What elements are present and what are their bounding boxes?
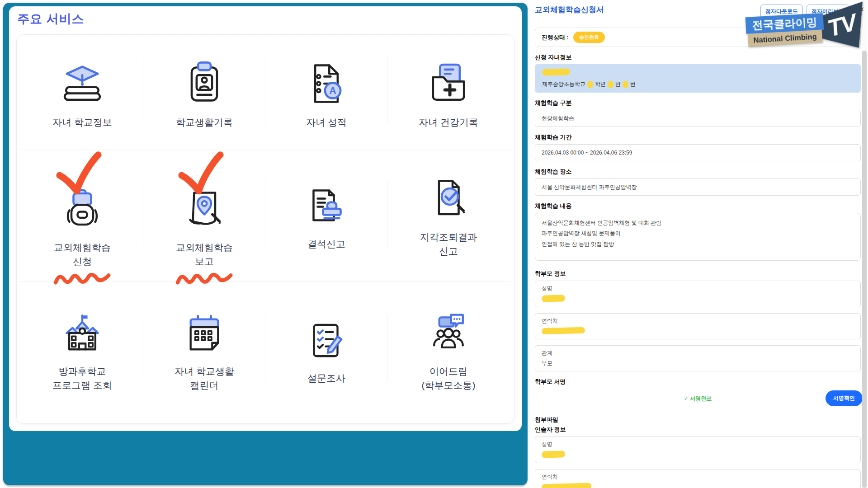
progress-status-label: 진행상태 : xyxy=(542,33,569,42)
parent-contact-field[interactable]: 연락처 xyxy=(535,313,861,339)
redaction-grade xyxy=(587,80,593,88)
escort-name-field[interactable]: 성명 xyxy=(535,436,861,463)
escort-name-label: 성명 xyxy=(542,441,854,448)
trip-content-field[interactable]: 서울산악문화체험센터 인공암벽체험 및 대회 관람 파주인공암벽장 체험및 문제… xyxy=(535,213,861,261)
field-trip-application-panel: 교외체험학습신청서 점자다운로드 점자미리보기 ✕ 진행상태 : 승인완료 신청… xyxy=(528,0,868,488)
parent-contact-value xyxy=(542,328,854,335)
redaction-parent-name xyxy=(542,295,565,302)
people-chat-icon xyxy=(425,311,472,358)
grade-suffix: 학년 xyxy=(595,80,606,88)
escort-name-value xyxy=(542,451,854,459)
svg-text:A: A xyxy=(329,85,336,97)
label-trip-division: 체험학습 구분 xyxy=(535,99,861,107)
form-title: 교외체험학습신청서 xyxy=(535,5,760,15)
stamp-doc-icon xyxy=(302,182,351,230)
parent-name-value xyxy=(542,295,854,303)
service-item-tardy-early-leave-report[interactable]: 지각조퇴결과 신고 xyxy=(387,150,509,282)
form-toolbar: 점자다운로드 점자미리보기 xyxy=(760,5,849,19)
braille-preview-button[interactable]: 점자미리보기 xyxy=(807,5,849,19)
service-item-eodream-parent-communication[interactable]: 이어드림 (학부모소통) xyxy=(387,282,509,421)
grade-a-doc-icon: A xyxy=(301,58,352,109)
service-label: 자녀 학교생활 캘린더 xyxy=(175,364,234,393)
progress-status-row: 진행상태 : 승인완료 xyxy=(535,28,861,47)
signature-confirm-button[interactable]: 서명확인 xyxy=(826,390,863,406)
school-name: 제주중앙초등학교 xyxy=(542,80,585,88)
clipboard-id-icon xyxy=(179,58,230,109)
escort-contact-field[interactable]: 연락처 xyxy=(535,469,861,488)
service-item-child-school-info[interactable]: 자녀 학교정보 xyxy=(21,38,143,150)
main-services-card: 주요 서비스 자녀 학교정보 xyxy=(9,6,522,431)
parent-relation-field[interactable]: 관계 부모 xyxy=(535,345,861,371)
trip-division-field[interactable]: 현장체험학습 xyxy=(535,110,861,127)
services-grid: 자녀 학교정보 학교생활기록 xyxy=(21,38,509,421)
parent-name-field[interactable]: 성명 xyxy=(535,281,861,307)
signature-complete-label: 서명완료 xyxy=(690,395,712,402)
service-item-child-grades[interactable]: A 자녀 성적 xyxy=(265,38,387,150)
student-info-box: 제주중앙초등학교 학년 반 번 xyxy=(535,64,861,93)
parent-name-label: 성명 xyxy=(542,285,854,292)
health-folder-icon xyxy=(423,58,474,109)
check-icon: ✓ xyxy=(684,395,689,402)
scrollbar-track[interactable] xyxy=(862,0,868,488)
section-escort-info: 인솔자 정보 xyxy=(535,426,861,434)
calendar-icon xyxy=(181,311,228,358)
service-item-afterschool-programs[interactable]: 방과후학교 프로그램 조회 xyxy=(21,282,143,421)
trip-place-field[interactable]: 서울 산악문화체험센터 파주인공암벽장 xyxy=(535,178,861,196)
red-squiggle-annotation xyxy=(52,269,112,286)
service-item-school-life-record[interactable]: 학교생활기록 xyxy=(143,38,265,150)
section-parent-signature: 학부모 서명 xyxy=(535,378,861,386)
service-item-child-health-record[interactable]: 자녀 건강기록 xyxy=(387,38,509,150)
redaction-student-name xyxy=(542,68,570,76)
number-suffix: 번 xyxy=(630,80,636,88)
parent-relation-value: 부모 xyxy=(542,360,854,367)
service-label: 학교생활기록 xyxy=(176,115,233,130)
service-item-absence-report[interactable]: 결석신고 xyxy=(265,150,387,282)
service-label: 설문조사 xyxy=(307,371,345,385)
section-parent-info: 학부모 정보 xyxy=(535,270,861,278)
service-item-field-trip-apply[interactable]: 교외체험학습 신청 xyxy=(21,150,143,282)
service-item-school-life-calendar[interactable]: 자녀 학교생활 캘린더 xyxy=(143,282,265,421)
service-label: 결석신고 xyxy=(307,237,345,251)
braille-download-button[interactable]: 점자다운로드 xyxy=(760,5,803,19)
redaction-class xyxy=(608,80,613,88)
main-services-panel: 주요 서비스 자녀 학교정보 xyxy=(3,3,528,485)
red-checkmark-annotation xyxy=(51,150,108,198)
redaction-escort-name xyxy=(542,450,565,458)
signature-complete-text: ✓ 서명완료 xyxy=(535,395,861,403)
survey-icon xyxy=(303,318,350,365)
services-grid-card: 자녀 학교정보 학교생활기록 xyxy=(16,34,514,424)
signature-row: ✓ 서명완료 서명확인 xyxy=(535,390,861,408)
student-school-line: 제주중앙초등학교 학년 반 번 xyxy=(542,80,854,88)
screen: 주요 서비스 자녀 학교정보 xyxy=(0,0,868,488)
section-attachment: 첨부파일 xyxy=(535,416,861,424)
service-label: 자녀 건강기록 xyxy=(419,115,478,130)
service-label: 방과후학교 프로그램 조회 xyxy=(52,364,112,393)
class-suffix: 반 xyxy=(615,80,621,88)
label-trip-content: 체험학습 내용 xyxy=(535,202,861,210)
parent-contact-label: 연락처 xyxy=(542,317,854,325)
redaction-number xyxy=(623,80,628,88)
redaction-escort-contact xyxy=(542,483,591,488)
section-student-info: 신청 자녀정보 xyxy=(535,53,861,61)
escort-contact-value xyxy=(542,483,854,488)
service-item-field-trip-report[interactable]: 교외체험학습 보고 xyxy=(143,150,265,282)
redaction-parent-contact xyxy=(542,327,585,335)
service-label: 교외체험학습 보고 xyxy=(176,240,233,269)
check-doc-icon xyxy=(424,175,473,224)
service-label: 이어드림 (학부모소통) xyxy=(422,364,476,393)
trip-period-field[interactable]: 2026.04.03 00:00 ~ 2026.04.06 23:59 xyxy=(535,144,861,161)
status-badge: 승인완료 xyxy=(573,32,605,43)
close-icon[interactable]: ✕ xyxy=(859,5,864,14)
service-label: 자녀 학교정보 xyxy=(52,115,112,130)
school-building-icon xyxy=(59,311,106,358)
red-squiggle-annotation xyxy=(175,269,234,286)
parent-relation-label: 관계 xyxy=(542,349,854,357)
label-trip-period: 체험학습 기간 xyxy=(535,133,861,141)
books-gradcap-icon xyxy=(57,58,108,109)
service-label: 지각조퇴결과 신고 xyxy=(420,230,477,258)
service-label: 교외체험학습 신청 xyxy=(54,240,111,269)
main-services-title: 주요 서비스 xyxy=(17,11,85,27)
service-item-survey[interactable]: 설문조사 xyxy=(265,282,387,421)
red-checkmark-annotation xyxy=(173,150,230,198)
scrollbar-thumb[interactable] xyxy=(862,51,867,488)
